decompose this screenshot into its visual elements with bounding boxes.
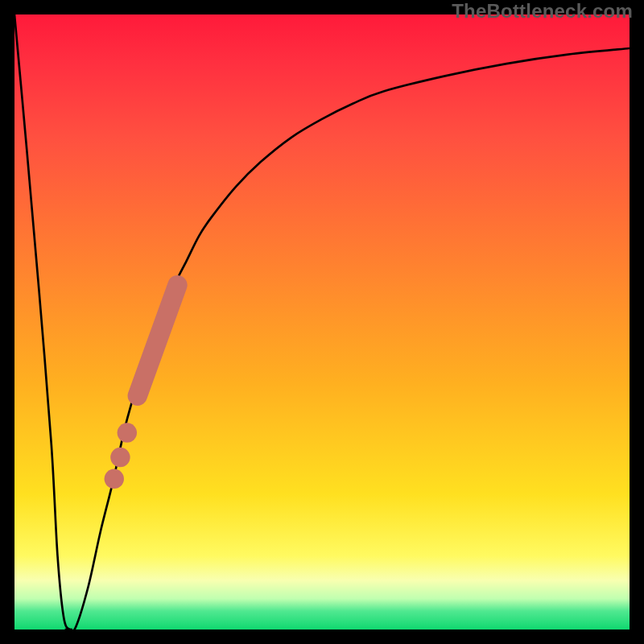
marker-segment: [138, 285, 178, 396]
data-markers: [105, 285, 178, 489]
bottleneck-curve: [14, 14, 630, 630]
chart-container: TheBottleneck.com: [0, 0, 644, 644]
marker-dot: [105, 469, 124, 489]
marker-dot: [118, 423, 137, 442]
marker-dot: [110, 448, 130, 467]
chart-svg: [14, 14, 630, 630]
attribution-text: TheBottleneck.com: [452, 0, 633, 23]
plot-area: [14, 14, 630, 630]
